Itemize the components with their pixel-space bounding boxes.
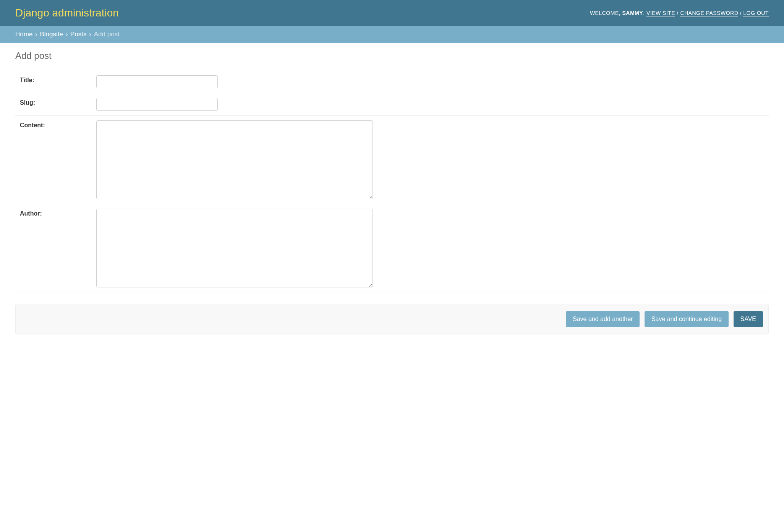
breadcrumb-sep: › [32,31,40,38]
slug-input[interactable] [96,98,218,111]
form-row-title: Title: [15,71,769,93]
breadcrumb-model[interactable]: Posts [70,31,87,38]
form-row-content: Content: [15,116,769,204]
separator: / [738,10,743,16]
welcome-text: WELCOME, [590,10,622,16]
title-label: Title: [20,75,96,84]
username: SAMMY [622,10,643,16]
add-post-form: Title: Slug: Content: Author: [15,71,769,334]
author-label: Author: [20,209,96,217]
save-continue-button[interactable] [645,311,729,327]
save-add-another-button[interactable] [566,311,640,327]
slug-label: Slug: [20,98,96,106]
save-button[interactable] [734,311,763,327]
form-row-author: Author: [15,204,769,292]
breadcrumb-home[interactable]: Home [15,31,32,38]
submit-row [15,304,769,334]
page-title: Add post [15,50,769,61]
breadcrumb-app[interactable]: Blogsite [40,31,63,38]
title-input[interactable] [96,75,218,88]
author-textarea[interactable] [96,209,373,287]
site-title: Django administration [15,7,119,19]
logout-link[interactable]: LOG OUT [743,10,769,17]
breadcrumb-sep: › [87,31,94,38]
breadcrumbs: Home › Blogsite › Posts › Add post [0,26,784,43]
branding: Django administration [15,7,119,19]
content-textarea[interactable] [96,120,373,199]
breadcrumb-current: Add post [94,31,120,38]
content: Add post Title: Slug: Content: Author: [0,43,784,342]
change-password-link[interactable]: CHANGE PASSWORD [680,10,738,17]
header: Django administration WELCOME, SAMMY. VI… [0,0,784,26]
content-label: Content: [20,120,96,129]
form-row-slug: Slug: [15,93,769,116]
separator: / [675,10,680,16]
view-site-link[interactable]: VIEW SITE [646,10,675,17]
dot-sep: . [643,10,646,16]
breadcrumb-sep: › [63,31,70,38]
user-tools: WELCOME, SAMMY. VIEW SITE / CHANGE PASSW… [590,10,769,16]
